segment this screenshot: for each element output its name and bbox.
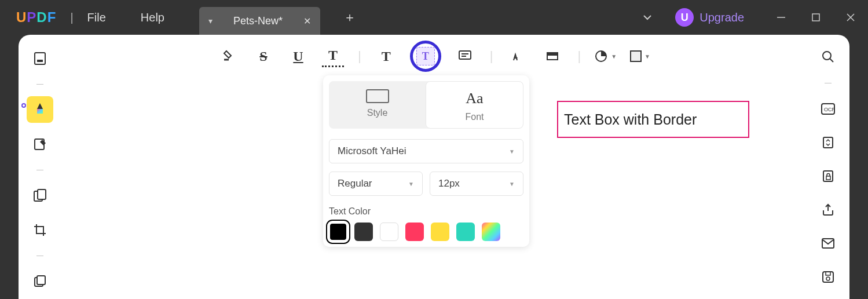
font-size-dropdown[interactable]: 12px ▼ <box>430 172 523 196</box>
tool-textbox-active[interactable]: T <box>410 41 441 72</box>
share-icon[interactable] <box>816 198 840 221</box>
separator: | <box>70 11 73 24</box>
tab-label: Pets-New* <box>233 15 283 27</box>
font-family-dropdown[interactable]: Microsoft YaHei ▼ <box>329 139 523 163</box>
tab-style[interactable]: Style <box>329 81 426 129</box>
sidebar-batch[interactable] <box>27 268 53 294</box>
window-minimize-button[interactable] <box>764 0 799 35</box>
tab-style-label: Style <box>367 108 388 118</box>
font-weight-value: Regular <box>338 178 372 189</box>
tool-strikethrough[interactable]: S <box>252 45 274 67</box>
caret-down-icon: ▼ <box>509 181 515 187</box>
svg-rect-4 <box>37 109 43 114</box>
caret-down-icon: ▼ <box>611 53 617 60</box>
separator: | <box>358 49 361 64</box>
convert-icon[interactable] <box>816 131 840 154</box>
sidebar-crop[interactable] <box>27 217 53 243</box>
style-icon <box>366 89 389 103</box>
email-icon[interactable] <box>816 232 840 255</box>
sidebar-comment[interactable] <box>27 96 53 123</box>
svg-rect-27 <box>631 51 641 61</box>
tool-shape-dropdown[interactable]: ▼ <box>629 50 650 63</box>
divider: — <box>36 166 43 174</box>
text-color-label: Text Color <box>329 206 523 217</box>
tab-menu-icon[interactable]: ▾ <box>208 16 213 25</box>
tool-pencil[interactable] <box>507 45 529 67</box>
window-close-button[interactable] <box>833 0 868 35</box>
svg-rect-21 <box>459 51 471 59</box>
tab-font-label: Font <box>465 112 484 122</box>
swatch-yellow[interactable] <box>431 223 449 241</box>
ocr-icon[interactable]: OCR <box>816 97 840 121</box>
font-size-value: 12px <box>438 178 460 189</box>
tab-font[interactable]: Aa Font <box>426 81 523 129</box>
svg-rect-7 <box>38 189 46 199</box>
tool-highlighter[interactable] <box>218 45 240 67</box>
svg-point-20 <box>826 277 830 280</box>
tool-typewriter[interactable]: T <box>375 45 397 67</box>
font-weight-dropdown[interactable]: Regular ▼ <box>329 172 423 196</box>
new-tab-button[interactable]: ＋ <box>343 9 356 26</box>
svg-rect-16 <box>826 176 830 180</box>
tool-squiggly[interactable]: T <box>322 45 344 67</box>
separator: | <box>490 49 493 64</box>
swatch-rainbow[interactable] <box>482 223 500 241</box>
svg-rect-25 <box>547 53 558 56</box>
tool-sticky-note[interactable] <box>454 45 476 67</box>
app-logo: UPDF <box>16 9 56 25</box>
tool-underline[interactable]: U <box>287 45 309 67</box>
textbox-properties-panel: Style Aa Font Microsoft YaHei ▼ Regular … <box>323 75 529 247</box>
avatar: U <box>675 8 694 27</box>
swatch-dark[interactable] <box>354 223 373 241</box>
divider: — <box>825 79 832 87</box>
svg-rect-9 <box>37 276 45 285</box>
font-family-value: Microsoft YaHei <box>338 145 406 157</box>
swatch-white[interactable] <box>380 223 398 241</box>
swatch-teal[interactable] <box>456 223 475 241</box>
document-tab[interactable]: ▾ Pets-New* ✕ <box>199 7 320 35</box>
protect-icon[interactable] <box>816 165 840 188</box>
caret-down-icon: ▼ <box>644 53 650 60</box>
textbox-with-border[interactable]: Text Box with Border <box>557 101 749 138</box>
menu-file[interactable]: File <box>87 11 106 24</box>
tabs-dropdown-icon[interactable] <box>643 14 652 21</box>
sidebar-edit[interactable] <box>27 131 53 158</box>
svg-text:OCR: OCR <box>824 107 835 112</box>
font-icon: Aa <box>466 90 483 107</box>
tool-eraser[interactable] <box>541 45 563 67</box>
separator: | <box>577 49 581 64</box>
window-maximize-button[interactable] <box>799 0 833 35</box>
swatch-black[interactable] <box>329 223 347 241</box>
tab-close-icon[interactable]: ✕ <box>303 16 311 27</box>
sidebar-organize[interactable] <box>27 182 53 209</box>
upgrade-label: Upgrade <box>699 11 744 24</box>
save-icon[interactable] <box>816 265 840 289</box>
caret-down-icon: ▼ <box>509 148 515 155</box>
upgrade-button[interactable]: U Upgrade <box>675 8 744 27</box>
divider: — <box>36 80 43 88</box>
color-swatches <box>329 223 523 241</box>
swatch-red[interactable] <box>405 223 424 241</box>
divider: — <box>36 251 43 260</box>
tool-stamp-dropdown[interactable]: ▼ <box>595 50 617 63</box>
svg-rect-14 <box>823 137 833 148</box>
menu-help[interactable]: Help <box>141 11 164 24</box>
caret-down-icon: ▼ <box>408 181 414 187</box>
svg-rect-1 <box>812 14 819 21</box>
textbox-icon: T <box>416 47 435 65</box>
active-indicator-icon <box>21 103 26 108</box>
